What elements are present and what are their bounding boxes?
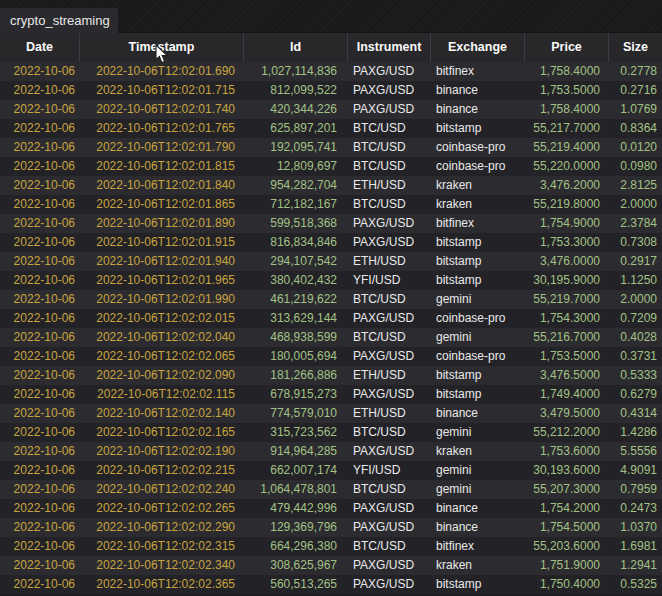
cell-timestamp: 2022-10-06T12:02:01.740 — [79, 100, 243, 119]
column-header-instrument[interactable]: Instrument — [347, 33, 430, 62]
cell-size: 0.8364 — [608, 119, 662, 138]
cell-price: 1,750.4000 — [524, 575, 608, 594]
cell-size: 5.5556 — [608, 442, 662, 461]
table-row[interactable]: 2022-10-062022-10-06T12:02:02.140774,579… — [0, 404, 662, 423]
cell-price: 1,753.5000 — [524, 347, 608, 366]
cell-price: 1,749.4000 — [524, 385, 608, 404]
cell-instrument: PAXG/USD — [347, 385, 430, 404]
cell-instrument: PAXG/USD — [347, 62, 430, 81]
table-row[interactable]: 2022-10-062022-10-06T12:02:02.265479,442… — [0, 499, 662, 518]
table-row[interactable]: 2022-10-062022-10-06T12:02:01.915816,834… — [0, 233, 662, 252]
table-row[interactable]: 2022-10-062022-10-06T12:02:01.890599,518… — [0, 214, 662, 233]
table-row[interactable]: 2022-10-062022-10-06T12:02:02.365560,513… — [0, 575, 662, 594]
column-header-exchange[interactable]: Exchange — [430, 33, 524, 62]
cell-exchange: gemini — [430, 480, 524, 499]
table-row[interactable]: 2022-10-062022-10-06T12:02:01.6901,027,1… — [0, 62, 662, 81]
cell-price: 1,754.3000 — [524, 309, 608, 328]
cell-exchange: bitstamp — [430, 575, 524, 594]
cell-instrument: PAXG/USD — [347, 347, 430, 366]
cell-instrument: YFI/USD — [347, 271, 430, 290]
cell-size: 0.7959 — [608, 480, 662, 499]
cell-price: 30,193.6000 — [524, 461, 608, 480]
cell-exchange: bitstamp — [430, 119, 524, 138]
table-header: Date Timestamp Id Instrument Exchange Pr… — [0, 33, 662, 62]
table-row[interactable]: 2022-10-062022-10-06T12:02:01.740420,344… — [0, 100, 662, 119]
column-header-size[interactable]: Size — [608, 33, 662, 62]
cell-date: 2022-10-06 — [0, 499, 79, 518]
table-row[interactable]: 2022-10-062022-10-06T12:02:02.190914,964… — [0, 442, 662, 461]
cell-timestamp: 2022-10-06T12:02:01.815 — [79, 157, 243, 176]
cell-timestamp: 2022-10-06T12:02:02.290 — [79, 518, 243, 537]
cell-id: 599,518,368 — [243, 214, 347, 233]
cell-exchange: kraken — [430, 195, 524, 214]
cell-id: 812,099,522 — [243, 81, 347, 100]
table-row[interactable]: 2022-10-062022-10-06T12:02:02.040468,938… — [0, 328, 662, 347]
table-row[interactable]: 2022-10-062022-10-06T12:02:02.165315,723… — [0, 423, 662, 442]
cell-exchange: gemini — [430, 328, 524, 347]
cell-price: 55,220.0000 — [524, 157, 608, 176]
cell-exchange: binance — [430, 100, 524, 119]
table-row[interactable]: 2022-10-062022-10-06T12:02:01.990461,219… — [0, 290, 662, 309]
cell-id: 181,266,886 — [243, 366, 347, 385]
cell-size: 1.0370 — [608, 518, 662, 537]
column-header-timestamp[interactable]: Timestamp — [79, 33, 243, 62]
cell-exchange: bitstamp — [430, 385, 524, 404]
cell-instrument: PAXG/USD — [347, 442, 430, 461]
table-row[interactable]: 2022-10-062022-10-06T12:02:02.065180,005… — [0, 347, 662, 366]
cell-id: 192,095,741 — [243, 138, 347, 157]
cell-price: 30,195.9000 — [524, 271, 608, 290]
cell-date: 2022-10-06 — [0, 556, 79, 575]
column-header-date[interactable]: Date — [0, 33, 79, 62]
cell-exchange: kraken — [430, 442, 524, 461]
table-row[interactable]: 2022-10-062022-10-06T12:02:02.290129,369… — [0, 518, 662, 537]
table-row[interactable]: 2022-10-062022-10-06T12:02:02.215662,007… — [0, 461, 662, 480]
cell-instrument: BTC/USD — [347, 537, 430, 556]
cell-exchange: coinbase-pro — [430, 347, 524, 366]
cell-id: 479,442,996 — [243, 499, 347, 518]
cell-id: 180,005,694 — [243, 347, 347, 366]
cell-id: 1,064,478,801 — [243, 480, 347, 499]
table-row[interactable]: 2022-10-062022-10-06T12:02:02.2401,064,4… — [0, 480, 662, 499]
cell-timestamp: 2022-10-06T12:02:02.115 — [79, 385, 243, 404]
table-row[interactable]: 2022-10-062022-10-06T12:02:01.940294,107… — [0, 252, 662, 271]
cell-timestamp: 2022-10-06T12:02:02.165 — [79, 423, 243, 442]
table-row[interactable]: 2022-10-062022-10-06T12:02:02.090181,266… — [0, 366, 662, 385]
cell-date: 2022-10-06 — [0, 480, 79, 499]
tab-crypto-streaming[interactable]: crypto_streaming — [0, 8, 118, 33]
cell-timestamp: 2022-10-06T12:02:02.365 — [79, 575, 243, 594]
cell-id: 1,027,114,836 — [243, 62, 347, 81]
table-row[interactable]: 2022-10-062022-10-06T12:02:01.81512,809,… — [0, 157, 662, 176]
table-row[interactable]: 2022-10-062022-10-06T12:02:01.840954,282… — [0, 176, 662, 195]
cell-timestamp: 2022-10-06T12:02:01.690 — [79, 62, 243, 81]
table-row[interactable]: 2022-10-062022-10-06T12:02:01.790192,095… — [0, 138, 662, 157]
cell-instrument: BTC/USD — [347, 328, 430, 347]
table-row[interactable]: 2022-10-062022-10-06T12:02:01.965380,402… — [0, 271, 662, 290]
table-row[interactable]: 2022-10-062022-10-06T12:02:02.115678,915… — [0, 385, 662, 404]
table-row[interactable]: 2022-10-062022-10-06T12:02:02.340308,625… — [0, 556, 662, 575]
cell-date: 2022-10-06 — [0, 195, 79, 214]
cell-size: 0.3731 — [608, 347, 662, 366]
cell-timestamp: 2022-10-06T12:02:02.015 — [79, 309, 243, 328]
cell-timestamp: 2022-10-06T12:02:01.840 — [79, 176, 243, 195]
column-header-price[interactable]: Price — [524, 33, 608, 62]
table-row[interactable]: 2022-10-062022-10-06T12:02:02.315664,296… — [0, 537, 662, 556]
cell-exchange: coinbase-pro — [430, 138, 524, 157]
table-row[interactable]: 2022-10-062022-10-06T12:02:01.865712,182… — [0, 195, 662, 214]
column-header-id[interactable]: Id — [243, 33, 347, 62]
cell-exchange: bitstamp — [430, 233, 524, 252]
cell-price: 55,203.6000 — [524, 537, 608, 556]
cell-date: 2022-10-06 — [0, 461, 79, 480]
cell-timestamp: 2022-10-06T12:02:02.190 — [79, 442, 243, 461]
table-row[interactable]: 2022-10-062022-10-06T12:02:01.715812,099… — [0, 81, 662, 100]
cell-timestamp: 2022-10-06T12:02:02.040 — [79, 328, 243, 347]
cell-price: 1,754.2000 — [524, 499, 608, 518]
table-row[interactable]: 2022-10-062022-10-06T12:02:01.765625,897… — [0, 119, 662, 138]
cell-timestamp: 2022-10-06T12:02:01.715 — [79, 81, 243, 100]
cell-date: 2022-10-06 — [0, 328, 79, 347]
cell-price: 55,207.3000 — [524, 480, 608, 499]
cell-instrument: PAXG/USD — [347, 233, 430, 252]
table-row[interactable]: 2022-10-062022-10-06T12:02:02.015313,629… — [0, 309, 662, 328]
cell-size: 1.2941 — [608, 556, 662, 575]
cell-timestamp: 2022-10-06T12:02:02.265 — [79, 499, 243, 518]
cell-exchange: kraken — [430, 176, 524, 195]
